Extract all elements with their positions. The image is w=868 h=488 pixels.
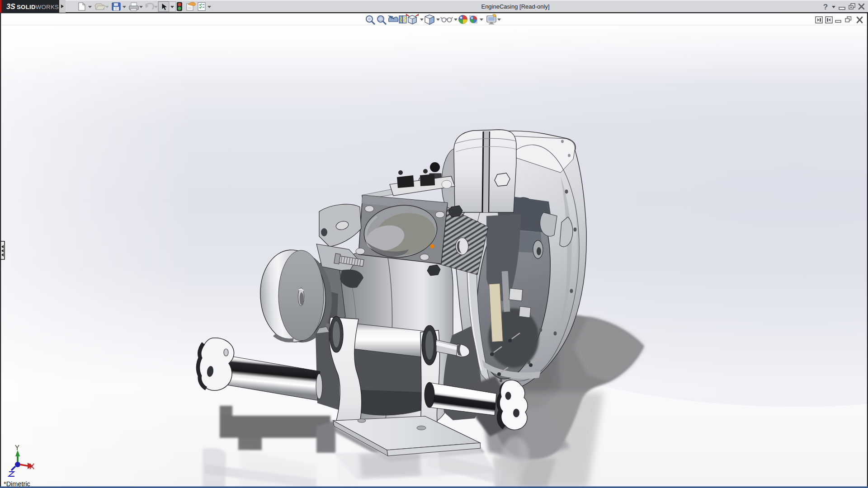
- svg-text:?: ?: [823, 3, 828, 11]
- svg-text:SOLIDWORKS: SOLIDWORKS: [17, 4, 59, 10]
- svg-text:EngineCasing [Read-only]: EngineCasing [Read-only]: [481, 3, 549, 10]
- svg-text:3S: 3S: [6, 3, 15, 10]
